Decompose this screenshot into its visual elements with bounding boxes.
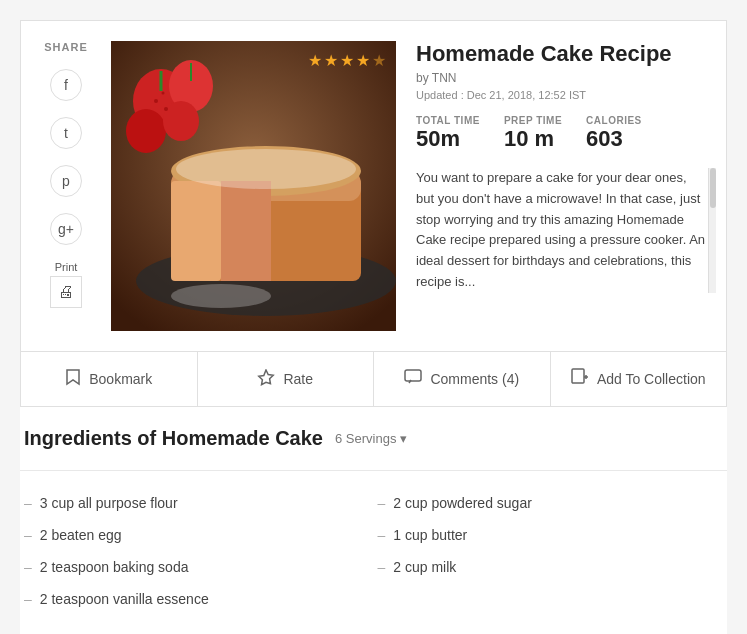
recipe-info: Homemade Cake Recipe by TNN Updated : De… bbox=[416, 41, 706, 331]
calories-stat: CALORIES 603 bbox=[586, 115, 642, 152]
recipe-description: You want to prepare a cake for your dear… bbox=[416, 168, 706, 293]
total-time-stat: TOTAL TIME 50m bbox=[416, 115, 480, 152]
prep-time-value: 10 m bbox=[504, 126, 562, 152]
add-collection-icon bbox=[571, 368, 589, 390]
recipe-title: Homemade Cake Recipe bbox=[416, 41, 706, 67]
list-item: – 2 cup powdered sugar bbox=[374, 487, 728, 519]
ingredients-header: Ingredients of Homemade Cake 6 Servings … bbox=[20, 427, 727, 450]
total-time-value: 50m bbox=[416, 126, 480, 152]
list-item: – 1 cup butter bbox=[374, 519, 728, 551]
ingredient-dash: – bbox=[378, 495, 386, 511]
calories-label: CALORIES bbox=[586, 115, 642, 126]
svg-rect-18 bbox=[405, 370, 421, 381]
recipe-author: by TNN bbox=[416, 71, 706, 85]
svg-point-7 bbox=[176, 149, 356, 189]
list-item: – 2 cup milk bbox=[374, 551, 728, 583]
recipe-top: SHARE f t p g+ Print 🖨 bbox=[20, 20, 727, 352]
add-collection-label: Add To Collection bbox=[597, 371, 706, 387]
list-item: – 2 teaspoon vanilla essence bbox=[20, 583, 374, 615]
star-3: ★ bbox=[340, 51, 354, 70]
svg-point-16 bbox=[162, 92, 165, 95]
star-5: ★ bbox=[372, 51, 386, 70]
list-item: – 3 cup all purpose flour bbox=[20, 487, 374, 519]
ingredients-grid: – 3 cup all purpose flour – 2 beaten egg… bbox=[20, 470, 727, 615]
recipe-image-wrap: ★ ★ ★ ★ ★ bbox=[111, 41, 396, 331]
ingredient-text: 2 cup powdered sugar bbox=[393, 495, 532, 511]
pinterest-icon[interactable]: p bbox=[50, 165, 82, 197]
ingredient-text: 2 cup milk bbox=[393, 559, 456, 575]
twitter-icon[interactable]: t bbox=[50, 117, 82, 149]
prep-time-stat: PREP TIME 10 m bbox=[504, 115, 562, 152]
svg-rect-19 bbox=[572, 369, 584, 383]
ingredient-text: 2 teaspoon vanilla essence bbox=[40, 591, 209, 607]
ingredient-text: 2 teaspoon baking soda bbox=[40, 559, 189, 575]
svg-point-14 bbox=[154, 99, 158, 103]
star-1: ★ bbox=[308, 51, 322, 70]
svg-point-15 bbox=[164, 107, 168, 111]
ingredient-dash: – bbox=[24, 495, 32, 511]
author-name: TNN bbox=[432, 71, 457, 85]
page-wrapper: SHARE f t p g+ Print 🖨 bbox=[20, 20, 727, 634]
googleplus-icon[interactable]: g+ bbox=[50, 213, 82, 245]
bookmark-label: Bookmark bbox=[89, 371, 152, 387]
servings-chevron-icon: ▾ bbox=[400, 431, 407, 446]
bookmark-button[interactable]: Bookmark bbox=[21, 352, 198, 406]
calories-value: 603 bbox=[586, 126, 642, 152]
ingredient-dash: – bbox=[378, 527, 386, 543]
svg-point-10 bbox=[126, 109, 166, 153]
list-item: – 2 beaten egg bbox=[20, 519, 374, 551]
share-sidebar: SHARE f t p g+ Print 🖨 bbox=[41, 41, 91, 331]
comments-icon bbox=[404, 369, 422, 389]
prep-time-label: PREP TIME bbox=[504, 115, 562, 126]
ingredient-dash: – bbox=[24, 527, 32, 543]
rate-button[interactable]: Rate bbox=[198, 352, 375, 406]
add-collection-button[interactable]: Add To Collection bbox=[551, 352, 727, 406]
star-rating[interactable]: ★ ★ ★ ★ ★ bbox=[308, 51, 386, 70]
share-label: SHARE bbox=[44, 41, 88, 53]
rate-icon bbox=[257, 369, 275, 390]
list-item: – 2 teaspoon baking soda bbox=[20, 551, 374, 583]
svg-point-11 bbox=[163, 101, 199, 141]
scroll-thumb bbox=[710, 168, 716, 208]
print-button[interactable]: Print 🖨 bbox=[50, 261, 82, 308]
rate-label: Rate bbox=[283, 371, 313, 387]
recipe-stats: TOTAL TIME 50m PREP TIME 10 m CALORIES 6… bbox=[416, 115, 706, 152]
author-prefix: by bbox=[416, 71, 429, 85]
ingredient-dash: – bbox=[24, 559, 32, 575]
description-container: You want to prepare a cake for your dear… bbox=[416, 168, 706, 293]
star-2: ★ bbox=[324, 51, 338, 70]
ingredient-text: 2 beaten egg bbox=[40, 527, 122, 543]
ingredients-title: Ingredients of Homemade Cake bbox=[24, 427, 323, 450]
scroll-indicator[interactable] bbox=[708, 168, 716, 293]
ingredient-dash: – bbox=[24, 591, 32, 607]
servings-selector[interactable]: 6 Servings ▾ bbox=[335, 431, 407, 446]
print-icon: 🖨 bbox=[50, 276, 82, 308]
svg-point-17 bbox=[171, 284, 271, 308]
svg-rect-5 bbox=[171, 181, 221, 281]
svg-rect-6 bbox=[221, 181, 271, 281]
recipe-image-svg bbox=[111, 41, 396, 331]
ingredients-section: Ingredients of Homemade Cake 6 Servings … bbox=[20, 407, 727, 634]
recipe-updated: Updated : Dec 21, 2018, 12:52 IST bbox=[416, 89, 706, 101]
ingredients-col1: – 3 cup all purpose flour – 2 beaten egg… bbox=[20, 487, 374, 615]
ingredient-text: 1 cup butter bbox=[393, 527, 467, 543]
recipe-image bbox=[111, 41, 396, 331]
facebook-icon[interactable]: f bbox=[50, 69, 82, 101]
star-4: ★ bbox=[356, 51, 370, 70]
action-bar: Bookmark Rate Comments (4) bbox=[20, 352, 727, 407]
comments-label: Comments (4) bbox=[430, 371, 519, 387]
print-label: Print bbox=[55, 261, 78, 273]
servings-label: 6 Servings bbox=[335, 431, 396, 446]
total-time-label: TOTAL TIME bbox=[416, 115, 480, 126]
bookmark-icon bbox=[65, 368, 81, 390]
ingredients-col2: – 2 cup powdered sugar – 1 cup butter – … bbox=[374, 487, 728, 615]
ingredient-dash: – bbox=[378, 559, 386, 575]
ingredient-text: 3 cup all purpose flour bbox=[40, 495, 178, 511]
comments-button[interactable]: Comments (4) bbox=[374, 352, 551, 406]
